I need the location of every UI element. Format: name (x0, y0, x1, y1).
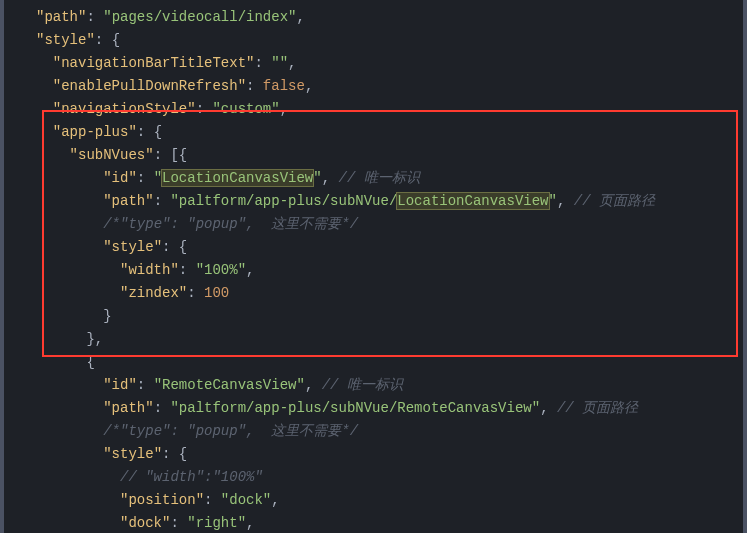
code-line: }, (10, 328, 743, 351)
code-editor[interactable]: "path": "pages/videocall/index", "style"… (0, 0, 747, 533)
code-line: "style": { (10, 29, 743, 52)
code-line: "width": "100%", (10, 259, 743, 282)
code-line: /*"type": "popup", 这里不需要*/ (10, 213, 743, 236)
code-line: "style": { (10, 443, 743, 466)
code-line: "zindex": 100 (10, 282, 743, 305)
search-match: LocationCanvasView (162, 170, 313, 186)
code-line: "dock": "right", (10, 512, 743, 533)
code-line: } (10, 305, 743, 328)
code-line: "navigationBarTitleText": "", (10, 52, 743, 75)
code-line: "app-plus": { (10, 121, 743, 144)
code-line: "position": "dock", (10, 489, 743, 512)
code-line: // "width":"100%" (10, 466, 743, 489)
code-line: "id": "LocationCanvasView", // 唯一标识 (10, 167, 743, 190)
code-line: "enablePullDownRefresh": false, (10, 75, 743, 98)
code-line: "id": "RemoteCanvasView", // 唯一标识 (10, 374, 743, 397)
search-match: LocationCanvasView (397, 193, 548, 209)
code-line: "navigationStyle": "custom", (10, 98, 743, 121)
code-line: "path": "pages/videocall/index", (10, 6, 743, 29)
code-line: { (10, 351, 743, 374)
code-line: "style": { (10, 236, 743, 259)
code-line: /*"type": "popup", 这里不需要*/ (10, 420, 743, 443)
code-line: "subNVues": [{ (10, 144, 743, 167)
code-line: "path": "paltform/app-plus/subNVue/Locat… (10, 190, 743, 213)
code-line: "path": "paltform/app-plus/subNVue/Remot… (10, 397, 743, 420)
